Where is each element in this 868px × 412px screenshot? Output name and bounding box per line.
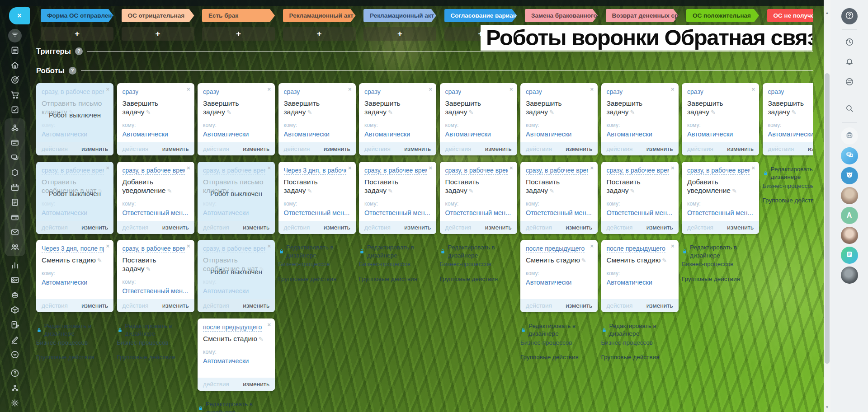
edit-button[interactable]: изменить (404, 145, 431, 152)
home-icon[interactable] (10, 60, 20, 70)
to-value-link[interactable]: Автоматически (526, 131, 592, 138)
group-actions-link[interactable]: Групповые действия (682, 275, 759, 283)
edit-button[interactable]: изменить (646, 145, 673, 152)
actions-button[interactable]: действия (364, 224, 391, 231)
edit-button[interactable]: изменить (485, 145, 512, 152)
robot-assistant-avatar[interactable] (841, 127, 858, 145)
to-value-link[interactable]: Автоматически (42, 209, 108, 216)
people-icon[interactable] (10, 242, 20, 252)
robot-when-link[interactable]: сразу, в рабочее время (203, 244, 265, 253)
stage-chip[interactable]: Согласование вариант... (444, 9, 517, 22)
question-icon[interactable] (10, 368, 20, 378)
edit-button[interactable]: изменить (566, 302, 592, 309)
stage-chip[interactable]: Рекламационный акт з... (283, 9, 356, 22)
robots-help-icon[interactable]: ? (69, 67, 76, 75)
actions-button[interactable]: действия (203, 381, 229, 388)
edit-button[interactable]: изменить (162, 224, 189, 231)
robot-card-disabled[interactable]: сразу, в рабочее время×Отправить сообщен… (198, 240, 275, 312)
to-value-link[interactable]: Автоматически (526, 279, 592, 286)
close-icon[interactable]: × (590, 243, 594, 249)
close-icon[interactable]: × (751, 86, 755, 93)
robot-card[interactable]: после предыдущего×Сменить стадию✎кому:Ав… (198, 318, 275, 391)
robot-icon[interactable] (10, 290, 20, 300)
close-icon[interactable]: × (671, 86, 675, 93)
actions-button[interactable]: действия (284, 145, 310, 152)
close-icon[interactable]: × (187, 164, 190, 171)
edit-button[interactable]: изменить (727, 145, 754, 152)
edit-button[interactable]: изменить (566, 145, 592, 152)
close-icon[interactable]: × (348, 164, 352, 171)
history-icon[interactable] (841, 35, 858, 51)
actions-button[interactable]: действия (526, 224, 552, 231)
edit-pencil-icon[interactable]: ✎ (388, 187, 393, 194)
to-value-link[interactable]: Автоматически (687, 131, 754, 138)
robot-card[interactable]: сразу, в рабочее время×Поставить задачу✎… (117, 240, 194, 312)
edit-button[interactable]: изменить (646, 302, 673, 309)
edit-pencil-icon[interactable]: ✎ (468, 187, 473, 194)
close-icon[interactable]: × (751, 164, 755, 171)
close-icon[interactable]: × (267, 164, 271, 171)
close-icon[interactable]: × (590, 86, 594, 93)
robot-when-link[interactable]: сразу, в рабочее время (42, 88, 104, 96)
to-value-link[interactable]: Ответственный мен... (687, 209, 754, 216)
tree-icon[interactable] (10, 383, 20, 393)
robot-when-link[interactable]: сразу, в рабочее врем... (42, 166, 104, 175)
edit-pencil-icon[interactable]: ✎ (468, 109, 473, 116)
actions-button[interactable]: действия (526, 145, 552, 152)
robot-card[interactable]: сразу×Завершить задачу✎кому:Автоматическ… (278, 83, 356, 155)
robot-card[interactable]: сразу, в рабочее время×Поставить задачу✎… (520, 162, 598, 234)
actions-button[interactable]: действия (364, 145, 391, 152)
actions-button[interactable]: действия (526, 302, 552, 309)
to-value-link[interactable]: Автоматически (203, 131, 269, 138)
panel-icon[interactable] (10, 138, 20, 148)
edit-button[interactable]: изменить (404, 224, 431, 231)
robot-card[interactable]: сразу, в рабочее врем...×Добавить уведом… (117, 162, 194, 234)
edit-button[interactable]: изменить (243, 145, 269, 152)
edit-button[interactable]: изменить (324, 145, 350, 152)
stage-chip[interactable]: Форма ОС отправлена (41, 9, 113, 22)
robot-card[interactable]: сразу×Завершить задачу✎кому:Автоматическ… (359, 83, 436, 155)
edit-button[interactable]: изменить (646, 224, 673, 231)
robot-when-link[interactable]: после предыдущего (526, 244, 585, 253)
close-icon[interactable]: × (187, 243, 190, 249)
dialog-icon[interactable] (841, 75, 858, 91)
edit-button[interactable]: изменить (243, 381, 269, 388)
close-icon[interactable]: × (671, 243, 675, 249)
dog-bot-avatar[interactable] (841, 167, 858, 184)
close-icon[interactable]: × (590, 164, 594, 171)
robot-when-link[interactable]: сразу, в рабочее время (445, 166, 508, 175)
actions-button[interactable]: действия (203, 302, 229, 309)
robot-card[interactable]: сразу, в рабочее время×Поставить задачу✎… (359, 162, 436, 234)
edit-button[interactable]: изменить (81, 224, 108, 231)
to-value-link[interactable]: Ответственный мен... (123, 209, 189, 216)
group-actions-link[interactable]: Групповые действия (359, 275, 436, 283)
group-actions-link[interactable]: Групповые действия (601, 353, 679, 361)
robot-when-link[interactable]: сразу (526, 88, 542, 96)
robot-when-link[interactable]: сразу, в рабочее время (123, 244, 185, 253)
edit-pencil-icon[interactable]: ✎ (388, 109, 393, 116)
robot-when-link[interactable]: сразу (203, 88, 219, 96)
scroll-up-arrow-icon[interactable]: ▲ (824, 10, 830, 16)
stage-chip[interactable]: ОС не получена (767, 9, 813, 22)
edit-button[interactable]: изменить (162, 145, 189, 152)
actions-button[interactable]: действия (123, 302, 149, 309)
robot-card[interactable]: сразу×Завершить задачу✎кому:Автоматическ… (763, 83, 813, 155)
robot-card[interactable]: Через 3 дня, в рабоче...×Поставить задач… (278, 162, 356, 234)
close-icon[interactable]: × (187, 86, 190, 93)
to-value-link[interactable]: Ответственный мен... (364, 209, 431, 216)
edit-pencil-icon[interactable]: ✎ (307, 109, 312, 116)
edit-button[interactable]: изменить (243, 302, 269, 309)
robot-when-link[interactable]: сразу (445, 88, 462, 96)
edit-pencil-icon[interactable]: ✎ (307, 187, 312, 194)
document-icon[interactable] (10, 197, 20, 207)
close-icon[interactable]: × (267, 321, 271, 328)
stage-chip[interactable]: Возврат денежных сре... (606, 9, 679, 22)
box-icon[interactable] (10, 305, 20, 315)
to-value-link[interactable]: Ответственный мен... (526, 209, 592, 216)
actions-button[interactable]: действия (284, 224, 310, 231)
wallet-icon[interactable] (10, 212, 20, 222)
edit-pencil-icon[interactable]: ✎ (259, 336, 264, 342)
to-value-link[interactable]: Автоматически (364, 131, 431, 138)
tasks-icon[interactable] (10, 45, 20, 55)
edit-button[interactable]: изменить (81, 145, 108, 152)
